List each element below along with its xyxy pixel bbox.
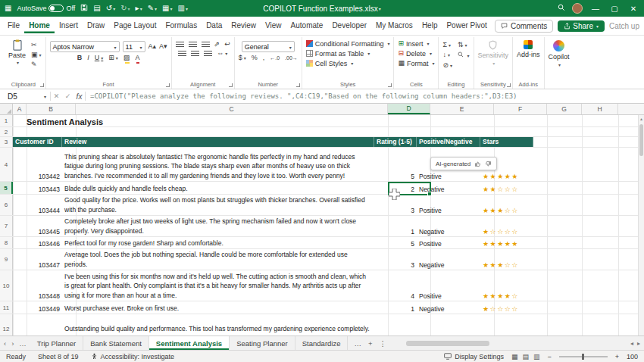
font-name-select[interactable]: Aptos Narrow bbox=[50, 41, 120, 52]
view-normal-icon[interactable]: ▦ bbox=[511, 353, 518, 360]
cut-icon[interactable]: ✂ bbox=[31, 42, 42, 48]
styles-dialog-launcher-icon[interactable] bbox=[388, 83, 392, 87]
formula-input[interactable]: =COPILOT("Please analyze the following r… bbox=[90, 92, 644, 100]
percent-icon[interactable]: % bbox=[252, 55, 258, 61]
cell-customer-id[interactable]: 103448 bbox=[13, 270, 62, 301]
cell-sentiment[interactable] bbox=[417, 314, 480, 335]
row-header-4[interactable]: 4 bbox=[0, 148, 13, 181]
cell-stars[interactable]: ★★☆☆☆ bbox=[480, 182, 533, 194]
catch-up-button[interactable]: Catch up bbox=[609, 22, 639, 30]
alignment-dialog-launcher-icon[interactable] bbox=[229, 83, 233, 87]
zoom-slider[interactable] bbox=[559, 356, 608, 357]
app-launcher-icon[interactable]: ▦ bbox=[5, 5, 11, 12]
tab-review[interactable]: Review bbox=[227, 18, 261, 33]
row-header-12[interactable]: 12 bbox=[0, 314, 13, 335]
name-box[interactable]: D5 bbox=[0, 92, 50, 101]
cell-rating[interactable]: 4 bbox=[374, 270, 417, 301]
redo-icon[interactable]: ↻ bbox=[120, 5, 130, 12]
horizontal-scrollbar[interactable] bbox=[397, 341, 622, 345]
zoom-in-button[interactable]: + bbox=[615, 353, 619, 360]
add-sheet-button[interactable]: + bbox=[368, 339, 373, 348]
tab-formulas[interactable]: Formulas bbox=[161, 18, 202, 33]
number-format-select[interactable]: General bbox=[242, 41, 295, 52]
tab-my-macros[interactable]: My Macros bbox=[371, 18, 417, 33]
copy-icon[interactable]: ▣ bbox=[31, 51, 42, 58]
row-header-8[interactable]: 8 bbox=[0, 237, 13, 248]
cell-rating[interactable]: 1 bbox=[374, 301, 417, 314]
copilot-button[interactable]: Copilot bbox=[549, 39, 570, 67]
cell-rating[interactable]: 5 bbox=[374, 237, 417, 248]
cell-rating[interactable] bbox=[374, 314, 417, 335]
orientation-icon[interactable]: ⇗ bbox=[214, 41, 220, 48]
column-header-a[interactable]: A bbox=[13, 104, 27, 114]
align-center-icon[interactable] bbox=[191, 51, 199, 56]
cell-review[interactable]: This pruning shear is absolutely fantast… bbox=[62, 148, 374, 181]
cell-rating[interactable]: 3 bbox=[374, 249, 417, 270]
pen-icon[interactable]: ✎ bbox=[148, 5, 157, 12]
column-header-d[interactable]: D bbox=[388, 104, 430, 114]
align-left-icon[interactable] bbox=[178, 51, 186, 56]
header-rating[interactable]: Rating (1-5) bbox=[374, 137, 417, 147]
column-header-h[interactable]: H bbox=[582, 104, 618, 114]
undo-icon[interactable]: ↺ bbox=[106, 5, 115, 12]
view-page-break-icon[interactable]: ▥ bbox=[533, 353, 540, 360]
cell-stars[interactable]: ★☆☆☆☆ bbox=[480, 216, 533, 236]
wrap-text-icon[interactable]: ↩ bbox=[224, 41, 230, 48]
row-header-10[interactable]: 10 bbox=[0, 270, 13, 301]
enter-formula-icon[interactable]: ✓ bbox=[62, 92, 73, 100]
autosum-icon[interactable]: Σ bbox=[442, 42, 452, 48]
cell-review[interactable]: Average tool. Does the job but nothing s… bbox=[62, 249, 374, 270]
comments-button[interactable]: Comments bbox=[495, 20, 553, 33]
select-all-button[interactable] bbox=[0, 104, 13, 114]
cell-customer-id[interactable]: 103446 bbox=[13, 237, 62, 248]
cell-review[interactable]: Worst purchase ever. Broke on first use. bbox=[62, 301, 374, 314]
scroll-left-icon[interactable]: ◂ bbox=[630, 340, 633, 347]
cell-review[interactable]: Good quality for the price. Works well o… bbox=[62, 195, 374, 215]
layout-icon[interactable]: ▥ bbox=[178, 5, 188, 12]
tab-automate[interactable]: Automate bbox=[286, 18, 328, 33]
header-sentiment[interactable]: Positive/Negative bbox=[417, 137, 480, 147]
sheet-menu-icon[interactable]: ⋮ bbox=[380, 339, 387, 348]
view-page-layout-icon[interactable]: ▤ bbox=[522, 353, 529, 360]
clear-icon[interactable]: ⊘ bbox=[442, 62, 452, 69]
fill-icon[interactable]: ↓ bbox=[442, 51, 452, 59]
cell-styles-button[interactable]: Cell Styles bbox=[306, 60, 354, 67]
display-settings-button[interactable]: Display Settings bbox=[444, 353, 504, 360]
cell-stars[interactable]: ★☆☆☆☆ bbox=[480, 301, 533, 314]
font-size-select[interactable]: 11 bbox=[123, 41, 145, 52]
vertical-scrollbar-thumb[interactable] bbox=[639, 124, 643, 156]
accessibility-status[interactable]: Accessibility: Investigate bbox=[91, 353, 175, 360]
italic-button[interactable]: I bbox=[87, 55, 89, 61]
delete-cells-button[interactable]: ⊟ Delete bbox=[398, 50, 432, 58]
header-customer-id[interactable]: Customer ID bbox=[13, 137, 62, 147]
user-avatar[interactable] bbox=[572, 3, 583, 14]
font-color-icon[interactable]: A bbox=[135, 55, 139, 61]
align-top-icon[interactable] bbox=[176, 42, 184, 47]
sheet-tab-standardize[interactable]: Standardize bbox=[295, 336, 349, 350]
tab-data[interactable]: Data bbox=[202, 18, 227, 33]
sheet-tab-bank-statement[interactable]: Bank Statement bbox=[83, 336, 149, 350]
scroll-up-icon[interactable]: ▴ bbox=[639, 116, 644, 121]
sheet-icon[interactable]: ▤ bbox=[93, 5, 100, 12]
zoom-slider-thumb[interactable] bbox=[582, 354, 584, 360]
align-bottom-icon[interactable] bbox=[202, 42, 210, 47]
cell-customer-id[interactable]: 103447 bbox=[13, 249, 62, 270]
cell-customer-id[interactable]: 103443 bbox=[13, 182, 62, 194]
document-title[interactable]: COPILOT Function Examples.xlsx bbox=[263, 5, 381, 13]
addins-button[interactable]: Add-ins bbox=[517, 39, 540, 58]
row-header-11[interactable]: 11 bbox=[0, 301, 13, 314]
maximize-button[interactable]: ▢ bbox=[608, 5, 621, 13]
decrease-decimal-icon[interactable]: .00→ bbox=[285, 55, 298, 61]
close-button[interactable]: ✕ bbox=[627, 5, 639, 13]
cell-sentiment[interactable]: Positive bbox=[417, 237, 480, 248]
share-button[interactable]: Share bbox=[558, 20, 605, 32]
table-icon[interactable]: ▦ bbox=[162, 5, 172, 12]
cell-sentiment[interactable]: Positive bbox=[417, 195, 480, 215]
sheet-tab-trip-planner[interactable]: Trip Planner bbox=[30, 336, 83, 350]
sheet-title-cell[interactable]: Sentiment Analysis bbox=[13, 115, 103, 126]
tab-file[interactable]: File bbox=[3, 18, 24, 33]
scroll-right-icon[interactable]: ▸ bbox=[637, 340, 640, 347]
merge-center-icon[interactable]: ⇔ bbox=[217, 50, 227, 57]
cell-review[interactable]: Perfect tool for my rose garden! Sharp a… bbox=[62, 237, 374, 248]
format-cells-button[interactable]: ▦ Format bbox=[398, 60, 434, 67]
